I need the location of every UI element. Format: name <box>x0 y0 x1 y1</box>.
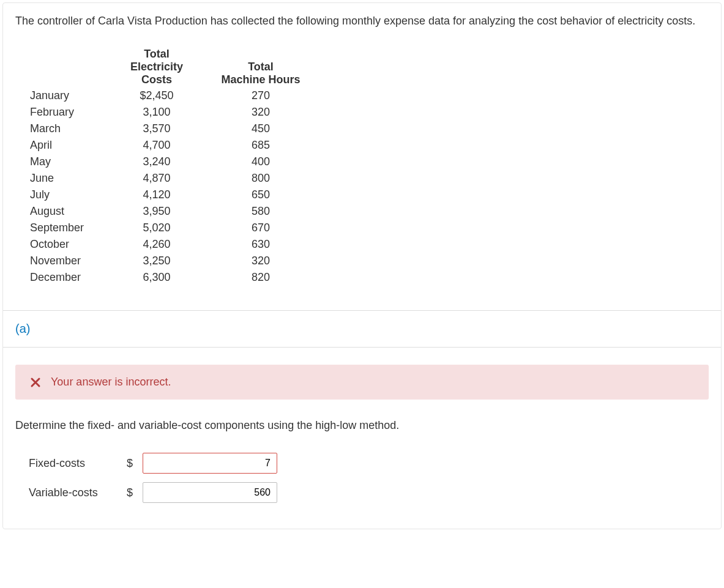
header-machine-hours: Total Machine Hours <box>209 47 313 87</box>
expense-data-table: Total Electricity Costs Total Machine Ho… <box>19 47 313 286</box>
hours-cell: 450 <box>209 121 313 137</box>
table-row: March3,570450 <box>19 121 313 137</box>
table-row: September5,020670 <box>19 220 313 236</box>
hours-cell: 630 <box>209 236 313 253</box>
month-cell: February <box>19 104 105 121</box>
hours-cell: 670 <box>209 220 313 236</box>
month-cell: May <box>19 154 105 170</box>
month-cell: August <box>19 203 105 220</box>
month-cell: July <box>19 187 105 203</box>
answer-area: Your answer is incorrect. Determine the … <box>3 348 721 529</box>
cost-cell: 3,250 <box>105 253 209 269</box>
month-cell: December <box>19 269 105 286</box>
cost-cell: 3,950 <box>105 203 209 220</box>
table-row: June4,870800 <box>19 170 313 187</box>
cost-cell: 4,260 <box>105 236 209 253</box>
month-cell: June <box>19 170 105 187</box>
cost-cell: 6,300 <box>105 269 209 286</box>
problem-statement: The controller of Carla Vista Production… <box>3 3 721 34</box>
fixed-costs-label: Fixed-costs <box>29 457 121 470</box>
hours-cell: 320 <box>209 253 313 269</box>
cost-cell: 4,700 <box>105 137 209 154</box>
table-row: October4,260630 <box>19 236 313 253</box>
cost-cell: 4,120 <box>105 187 209 203</box>
hours-cell: 320 <box>209 104 313 121</box>
header-month-blank <box>19 47 105 87</box>
currency-symbol: $ <box>127 457 136 470</box>
currency-symbol: $ <box>127 486 136 499</box>
question-panel: The controller of Carla Vista Production… <box>2 2 722 529</box>
table-row: August3,950580 <box>19 203 313 220</box>
instruction-text: Determine the fixed- and variable-cost c… <box>15 419 709 432</box>
x-icon <box>30 377 41 388</box>
feedback-incorrect: Your answer is incorrect. <box>15 365 709 400</box>
table-row: May3,240400 <box>19 154 313 170</box>
part-label: (a) <box>3 310 721 348</box>
cost-cell: 4,870 <box>105 170 209 187</box>
hours-cell: 685 <box>209 137 313 154</box>
hours-cell: 400 <box>209 154 313 170</box>
month-cell: September <box>19 220 105 236</box>
feedback-text: Your answer is incorrect. <box>51 376 171 389</box>
fixed-costs-input[interactable] <box>143 453 277 474</box>
hours-cell: 820 <box>209 269 313 286</box>
cost-cell: 3,240 <box>105 154 209 170</box>
header-electricity-costs: Total Electricity Costs <box>105 47 209 87</box>
month-cell: April <box>19 137 105 154</box>
hours-cell: 270 <box>209 87 313 104</box>
table-row: February3,100320 <box>19 104 313 121</box>
table-body: January$2,450270February3,100320March3,5… <box>19 87 313 286</box>
month-cell: March <box>19 121 105 137</box>
table-row: July4,120650 <box>19 187 313 203</box>
variable-costs-label: Variable-costs <box>29 486 121 499</box>
month-cell: October <box>19 236 105 253</box>
table-row: November3,250320 <box>19 253 313 269</box>
variable-costs-input[interactable] <box>143 482 277 503</box>
cost-cell: 3,570 <box>105 121 209 137</box>
hours-cell: 650 <box>209 187 313 203</box>
cost-cell: $2,450 <box>105 87 209 104</box>
variable-costs-row: Variable-costs $ <box>29 482 709 503</box>
hours-cell: 800 <box>209 170 313 187</box>
table-row: January$2,450270 <box>19 87 313 104</box>
table-row: April4,700685 <box>19 137 313 154</box>
month-cell: January <box>19 87 105 104</box>
cost-cell: 3,100 <box>105 104 209 121</box>
cost-cell: 5,020 <box>105 220 209 236</box>
hours-cell: 580 <box>209 203 313 220</box>
table-row: December6,300820 <box>19 269 313 286</box>
fixed-costs-row: Fixed-costs $ <box>29 453 709 474</box>
month-cell: November <box>19 253 105 269</box>
